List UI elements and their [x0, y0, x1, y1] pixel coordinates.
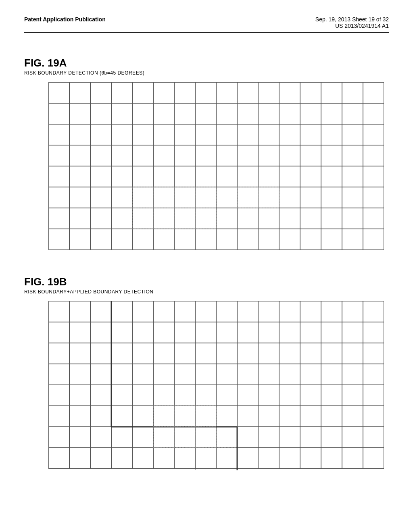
grid-cell	[363, 208, 384, 229]
grid-cell	[279, 208, 300, 229]
grid-cell	[153, 448, 174, 469]
grid-cell	[237, 406, 258, 427]
fig19b-title: FIG. 19B	[24, 276, 389, 288]
grid-cell	[195, 364, 216, 385]
grid-cell	[363, 406, 384, 427]
grid-cell	[279, 322, 300, 343]
grid-cell	[258, 124, 279, 145]
grid-cell	[363, 103, 384, 124]
patent-number: US 2013/0241914 A1	[335, 23, 389, 29]
grid-cell	[90, 343, 111, 364]
grid-cell	[216, 124, 237, 145]
grid-cell	[300, 166, 321, 187]
date-sheet: Sep. 19, 2013 Sheet 19 of 32	[315, 16, 389, 23]
grid-cell	[258, 166, 279, 187]
grid-cell	[69, 124, 90, 145]
grid-cell	[69, 343, 90, 364]
grid-cell	[90, 427, 111, 448]
grid-cell	[237, 427, 258, 448]
grid-cell	[48, 124, 69, 145]
grid-cell	[132, 82, 153, 103]
grid-row	[48, 82, 384, 103]
grid-cell	[153, 187, 174, 208]
grid-cell	[111, 385, 132, 406]
grid-cell	[132, 103, 153, 124]
grid-cell	[90, 364, 111, 385]
grid-cell	[258, 322, 279, 343]
grid-cell	[153, 322, 174, 343]
grid-cell	[279, 166, 300, 187]
grid-cell	[342, 82, 363, 103]
page: Patent Application Publication Sep. 19, …	[0, 0, 413, 532]
grid-cell	[279, 124, 300, 145]
grid-cell	[48, 427, 69, 448]
grid-cell	[300, 406, 321, 427]
grid-cell	[153, 103, 174, 124]
grid-cell	[132, 385, 153, 406]
grid-cell	[321, 145, 342, 166]
grid-cell	[174, 82, 195, 103]
grid-row	[48, 385, 384, 406]
grid-row	[48, 187, 384, 208]
grid-cell	[342, 364, 363, 385]
grid-cell	[48, 406, 69, 427]
grid-cell	[48, 187, 69, 208]
fig19b-grid	[48, 301, 384, 469]
grid-cell	[216, 427, 237, 448]
grid-cell	[174, 301, 195, 322]
grid-cell	[111, 103, 132, 124]
grid-cell	[111, 448, 132, 469]
grid-cell	[69, 427, 90, 448]
grid-cell	[111, 166, 132, 187]
grid-cell	[174, 229, 195, 250]
grid-cell	[237, 82, 258, 103]
grid-cell	[342, 187, 363, 208]
grid-cell	[90, 229, 111, 250]
grid-cell	[300, 364, 321, 385]
grid-cell	[258, 229, 279, 250]
figure-19b-section: FIG. 19B RISK BOUNDARY+APPLIED BOUNDARY …	[24, 276, 389, 470]
publication-label: Patent Application Publication	[24, 16, 106, 23]
grid-cell	[216, 166, 237, 187]
grid-cell	[174, 406, 195, 427]
grid-cell	[300, 229, 321, 250]
figure-19a-section: FIG. 19A RISK BOUNDARY DETECTION (θb=45 …	[24, 57, 389, 251]
grid-cell	[174, 124, 195, 145]
grid-cell	[279, 406, 300, 427]
grid-cell	[195, 187, 216, 208]
grid-cell	[237, 343, 258, 364]
grid-cell	[48, 322, 69, 343]
grid-cell	[258, 301, 279, 322]
grid-cell	[300, 103, 321, 124]
grid-cell	[174, 343, 195, 364]
grid-cell	[258, 82, 279, 103]
grid-cell	[48, 385, 69, 406]
grid-cell	[258, 364, 279, 385]
grid-cell	[363, 385, 384, 406]
grid-cell	[111, 145, 132, 166]
grid-cell	[195, 343, 216, 364]
grid-cell	[132, 427, 153, 448]
grid-cell	[237, 166, 258, 187]
grid-cell	[300, 343, 321, 364]
grid-cell	[48, 166, 69, 187]
grid-cell	[279, 229, 300, 250]
grid-cell	[90, 124, 111, 145]
grid-cell	[69, 187, 90, 208]
grid-cell	[153, 343, 174, 364]
grid-cell	[321, 448, 342, 469]
grid-cell	[69, 145, 90, 166]
grid-row	[48, 103, 384, 124]
grid-cell	[69, 364, 90, 385]
grid-cell	[237, 385, 258, 406]
grid-cell	[363, 343, 384, 364]
grid-cell	[342, 103, 363, 124]
grid-cell	[321, 343, 342, 364]
grid-cell	[132, 124, 153, 145]
grid-cell	[69, 82, 90, 103]
grid-cell	[111, 229, 132, 250]
grid-cell	[321, 229, 342, 250]
grid-cell	[216, 364, 237, 385]
grid-cell	[195, 229, 216, 250]
fig19b-subtitle: RISK BOUNDARY+APPLIED BOUNDARY DETECTION	[24, 289, 389, 295]
